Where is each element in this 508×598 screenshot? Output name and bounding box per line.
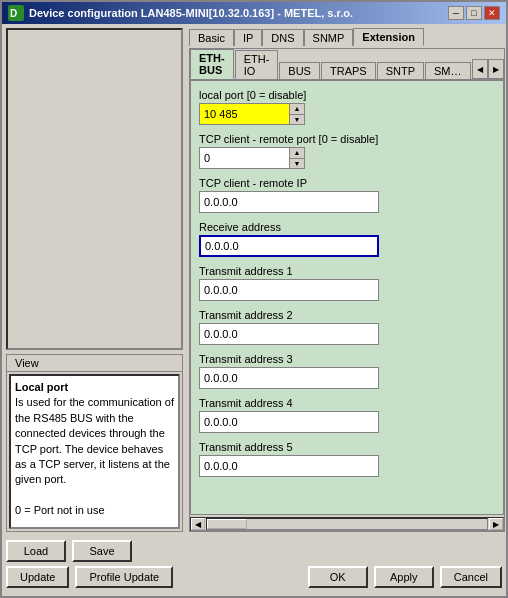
transmit1-group: Transmit address 1 [199, 265, 495, 301]
tab-arrows: ◀ ▶ [472, 59, 504, 79]
hscroll-thumb[interactable] [207, 519, 247, 529]
profile-update-button[interactable]: Profile Update [75, 566, 173, 588]
tab-snmp[interactable]: SNMP [304, 29, 354, 46]
tcp-remote-port-label: TCP client - remote port [0 = disable] [199, 133, 495, 145]
title-controls: ─ □ ✕ [448, 6, 500, 20]
transmit4-group: Transmit address 4 [199, 397, 495, 433]
ok-button[interactable]: OK [308, 566, 368, 588]
tab-sntp[interactable]: SNTP [377, 62, 424, 79]
update-button[interactable]: Update [6, 566, 69, 588]
title-bar-left: D Device configuration LAN485-MINI[10.32… [8, 5, 353, 21]
tcp-remote-ip-input[interactable] [199, 191, 379, 213]
tab-sm[interactable]: SM… [425, 62, 471, 79]
tcp-remote-port-up[interactable]: ▲ [290, 148, 304, 159]
tab-scroll-left[interactable]: ◀ [472, 59, 488, 79]
local-port-input[interactable] [199, 103, 289, 125]
button-row-2: Update Profile Update OK Apply Cancel [6, 566, 502, 588]
view-section: View Local port Is used for the communic… [6, 354, 183, 532]
svg-text:D: D [10, 8, 17, 19]
tab-traps[interactable]: TRAPS [321, 62, 376, 79]
bottom-section: Load Save Update Profile Update OK Apply… [2, 536, 506, 596]
close-button[interactable]: ✕ [484, 6, 500, 20]
transmit5-label: Transmit address 5 [199, 441, 495, 453]
horizontal-scrollbar[interactable]: ◀ ▶ [190, 517, 504, 531]
main-window: D Device configuration LAN485-MINI[10.32… [0, 0, 508, 598]
transmit1-input[interactable] [199, 279, 379, 301]
receive-address-label: Receive address [199, 221, 495, 233]
main-content: View Local port Is used for the communic… [2, 24, 506, 536]
hscroll-track[interactable] [206, 518, 488, 530]
form-area: local port [0 = disable] ▲ ▼ TCP client … [190, 80, 504, 515]
local-port-down[interactable]: ▼ [290, 115, 304, 125]
tcp-remote-port-input[interactable] [199, 147, 289, 169]
button-row-1: Load Save [6, 540, 502, 562]
left-panel: View Local port Is used for the communic… [2, 24, 187, 536]
hscroll-right-btn[interactable]: ▶ [489, 518, 503, 530]
local-port-spinners: ▲ ▼ [289, 103, 305, 125]
transmit4-label: Transmit address 4 [199, 397, 495, 409]
transmit4-input[interactable] [199, 411, 379, 433]
right-panel: Basic IP DNS SNMP Extension [187, 24, 506, 536]
transmit5-input[interactable] [199, 455, 379, 477]
receive-address-group: Receive address [199, 221, 495, 257]
tab-eth-bus[interactable]: ETH-BUS [190, 49, 234, 79]
tab-eth-io[interactable]: ETH-IO [235, 50, 279, 79]
hscroll-left-btn[interactable]: ◀ [191, 518, 205, 530]
top-tabs: Basic IP DNS SNMP Extension [189, 28, 505, 46]
tab-dns[interactable]: DNS [262, 29, 303, 46]
tcp-remote-ip-group: TCP client - remote IP [199, 177, 495, 213]
inner-tabs-bar: ETH-BUS ETH-IO BUS TRAPS SNTP [190, 49, 504, 80]
view-tab-label: View [15, 357, 39, 369]
tcp-remote-ip-label: TCP client - remote IP [199, 177, 495, 189]
transmit3-group: Transmit address 3 [199, 353, 495, 389]
local-port-group: local port [0 = disable] ▲ ▼ [199, 89, 495, 125]
transmit1-label: Transmit address 1 [199, 265, 495, 277]
maximize-button[interactable]: □ [466, 6, 482, 20]
save-button[interactable]: Save [72, 540, 132, 562]
cancel-button[interactable]: Cancel [440, 566, 502, 588]
transmit2-input[interactable] [199, 323, 379, 345]
minimize-button[interactable]: ─ [448, 6, 464, 20]
local-port-label: local port [0 = disable] [199, 89, 495, 101]
device-tree[interactable] [6, 28, 183, 350]
transmit3-input[interactable] [199, 367, 379, 389]
title-bar: D Device configuration LAN485-MINI[10.32… [2, 2, 506, 24]
tcp-remote-port-group: TCP client - remote port [0 = disable] ▲… [199, 133, 495, 169]
app-icon: D [8, 5, 24, 21]
transmit2-group: Transmit address 2 [199, 309, 495, 345]
receive-address-input[interactable] [199, 235, 379, 257]
load-button[interactable]: Load [6, 540, 66, 562]
transmit3-label: Transmit address 3 [199, 353, 495, 365]
tab-content-area: ETH-BUS ETH-IO BUS TRAPS SNTP [189, 48, 505, 532]
tab-ip[interactable]: IP [234, 29, 262, 46]
tcp-remote-port-down[interactable]: ▼ [290, 159, 304, 169]
tcp-remote-port-spinners: ▲ ▼ [289, 147, 305, 169]
transmit5-group: Transmit address 5 [199, 441, 495, 477]
local-port-up[interactable]: ▲ [290, 104, 304, 115]
view-tab[interactable]: View [7, 355, 182, 372]
tab-bus[interactable]: BUS [279, 62, 320, 79]
local-port-spin: ▲ ▼ [199, 103, 319, 125]
tab-basic[interactable]: Basic [189, 29, 234, 46]
tcp-remote-port-spin: ▲ ▼ [199, 147, 319, 169]
transmit2-label: Transmit address 2 [199, 309, 495, 321]
view-content-title: Local port [15, 380, 174, 395]
view-content: Local port Is used for the communication… [9, 374, 180, 529]
apply-button[interactable]: Apply [374, 566, 434, 588]
tab-scroll-right[interactable]: ▶ [488, 59, 504, 79]
view-content-body: Is used for the communication of the RS4… [15, 395, 174, 529]
window-title: Device configuration LAN485-MINI[10.32.0… [29, 7, 353, 19]
tab-extension[interactable]: Extension [353, 28, 424, 46]
